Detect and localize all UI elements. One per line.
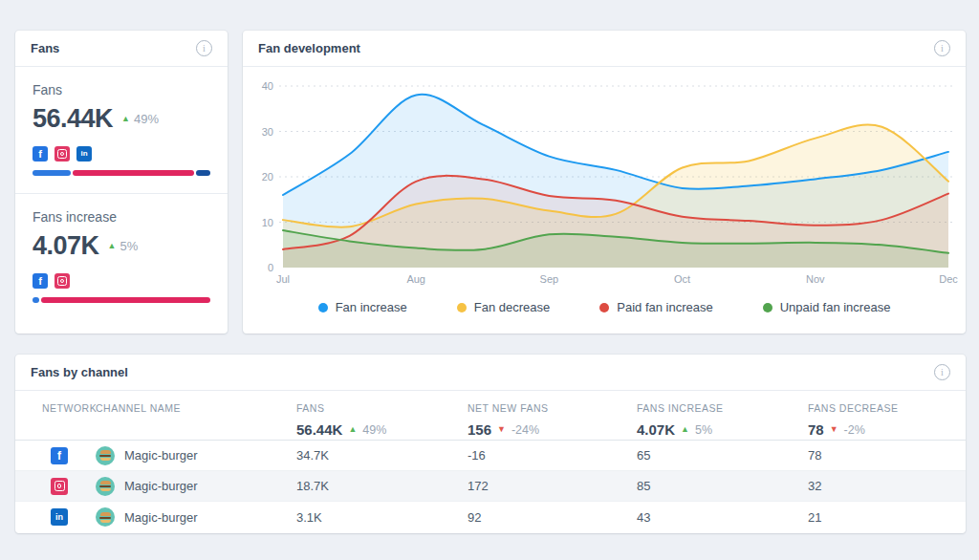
- cell-fans: 3.1K: [296, 510, 468, 525]
- trend-down-icon: [497, 425, 506, 434]
- col-fans-increase: FANS INCREASE 4.07K 5%: [637, 402, 808, 438]
- trend-down-icon: [830, 425, 838, 434]
- trend-up-icon: [681, 425, 689, 434]
- table-header-row: NETWORK CHANNEL NAME FANS 56.44K 49% NET…: [15, 391, 966, 441]
- fans-section-label: Fans: [33, 82, 210, 97]
- legend-item-fan-decrease[interactable]: Fan decrease: [457, 300, 551, 314]
- cell-fans-decrease: 78: [808, 448, 939, 463]
- bar-segment: [196, 170, 210, 176]
- svg-text:Oct: Oct: [674, 273, 690, 285]
- fans-card-header: Fans: [15, 31, 228, 67]
- instagram-icon: [51, 478, 68, 495]
- cell-fans-decrease: 32: [808, 479, 939, 493]
- svg-text:Dec: Dec: [939, 273, 958, 285]
- table-row-linkedin[interactable]: in Magic-burger 3.1K 92 43 21: [15, 502, 966, 532]
- info-icon[interactable]: [934, 364, 950, 380]
- fans-section: Fans 56.44K 49% f in: [15, 67, 228, 193]
- col-fans-decrease: FANS DECREASE 78 -2%: [808, 402, 939, 438]
- fans-increase-section: Fans increase 4.07K 5% f: [15, 193, 228, 320]
- net-new-fans-summary: 156 -24%: [468, 421, 637, 438]
- cell-fans-increase: 43: [637, 510, 808, 525]
- fans-increase-value: 4.07K: [33, 231, 99, 261]
- bar-segment: [73, 170, 194, 176]
- fans-decrease-summary: 78 -2%: [808, 421, 939, 438]
- fan-development-header: Fan development: [243, 31, 966, 67]
- cell-net-new-fans: -16: [468, 448, 637, 463]
- bar-segment: [33, 170, 71, 176]
- fans-increase-label: Fans increase: [33, 209, 210, 225]
- cell-fans: 18.7K: [296, 479, 468, 493]
- cell-fans-increase: 65: [637, 448, 808, 463]
- fans-increase-summary: 4.07K 5%: [637, 421, 808, 438]
- linkedin-icon: in: [76, 146, 92, 162]
- legend-dot-yellow-icon: [457, 303, 467, 312]
- legend-item-unpaid-fan-increase[interactable]: Unpaid fan increase: [763, 300, 891, 314]
- svg-text:Sep: Sep: [540, 273, 559, 285]
- chart-legend: Fan increase Fan decrease Paid fan incre…: [243, 300, 966, 314]
- legend-item-paid-fan-increase[interactable]: Paid fan increase: [599, 300, 712, 314]
- facebook-icon: f: [33, 273, 48, 289]
- fans-summary: 56.44K 49%: [296, 421, 468, 438]
- info-icon[interactable]: [934, 40, 950, 56]
- bar-segment: [41, 297, 210, 303]
- facebook-icon: f: [33, 146, 48, 162]
- svg-text:Aug: Aug: [406, 273, 425, 285]
- fans-trend: 49%: [121, 112, 159, 126]
- channel-avatar: [96, 446, 115, 465]
- fans-distribution-bar: [33, 170, 210, 176]
- table-row-facebook[interactable]: f Magic-burger 34.7K -16 65 78: [15, 441, 966, 471]
- cell-fans: 34.7K: [296, 448, 468, 463]
- cell-fans-increase: 85: [637, 479, 808, 493]
- fans-increase-network-icons: f: [33, 273, 210, 289]
- legend-label: Fan decrease: [474, 300, 551, 314]
- fans-by-channel-card: Fans by channel NETWORK CHANNEL NAME FAN…: [15, 355, 966, 533]
- trend-up-icon: [348, 425, 357, 434]
- fans-card: Fans Fans 56.44K 49% f in Fans increase …: [15, 31, 228, 334]
- svg-text:Nov: Nov: [806, 273, 825, 285]
- col-net-new-fans: NET NEW FANS 156 -24%: [468, 402, 637, 438]
- col-channel-name: CHANNEL NAME: [96, 402, 296, 414]
- fans-increase-trend: 5%: [108, 239, 139, 253]
- channel-name: Magic-burger: [124, 479, 198, 493]
- fans-card-title: Fans: [31, 41, 59, 55]
- fan-development-chart-area: 010203040JulAugSepOctNovDec: [243, 67, 966, 294]
- legend-dot-green-icon: [763, 303, 772, 312]
- cell-fans-decrease: 21: [808, 510, 939, 525]
- legend-label: Paid fan increase: [617, 300, 712, 314]
- instagram-icon: [54, 273, 70, 289]
- channel-name: Magic-burger: [124, 448, 198, 463]
- facebook-icon: f: [51, 447, 68, 464]
- fans-by-channel-header: Fans by channel: [15, 355, 966, 391]
- svg-text:10: 10: [262, 217, 273, 228]
- fan-development-title: Fan development: [258, 41, 360, 55]
- trend-up-icon: [108, 242, 117, 250]
- channel-avatar: [96, 507, 115, 527]
- fans-value: 56.44K: [33, 104, 113, 134]
- linkedin-icon: in: [51, 508, 68, 526]
- fans-network-icons: f in: [33, 146, 210, 162]
- fans-by-channel-title: Fans by channel: [31, 365, 128, 379]
- cell-net-new-fans: 92: [468, 510, 637, 525]
- bar-segment: [33, 297, 39, 303]
- fan-development-card: Fan development 010203040JulAugSepOctNov…: [243, 31, 966, 334]
- channel-avatar: [96, 477, 115, 496]
- legend-label: Unpaid fan increase: [780, 300, 891, 314]
- cell-net-new-fans: 172: [468, 479, 637, 493]
- channel-name: Magic-burger: [124, 510, 198, 525]
- fan-development-chart: 010203040JulAugSepOctNovDec: [254, 78, 960, 291]
- svg-text:40: 40: [262, 80, 273, 92]
- legend-label: Fan increase: [336, 300, 407, 314]
- svg-text:Jul: Jul: [276, 273, 290, 285]
- col-network: NETWORK: [42, 402, 96, 414]
- col-fans: FANS 56.44K 49%: [296, 402, 468, 438]
- svg-text:30: 30: [262, 126, 273, 138]
- legend-dot-blue-icon: [318, 303, 328, 312]
- trend-up-icon: [121, 115, 130, 123]
- info-icon[interactable]: [196, 40, 212, 56]
- fans-trend-pct: 49%: [134, 112, 159, 126]
- fans-increase-distribution-bar: [33, 297, 210, 303]
- legend-item-fan-increase[interactable]: Fan increase: [318, 300, 407, 314]
- table-row-instagram[interactable]: Magic-burger 18.7K 172 85 32: [15, 471, 966, 502]
- svg-text:0: 0: [268, 262, 273, 273]
- legend-dot-red-icon: [599, 303, 609, 312]
